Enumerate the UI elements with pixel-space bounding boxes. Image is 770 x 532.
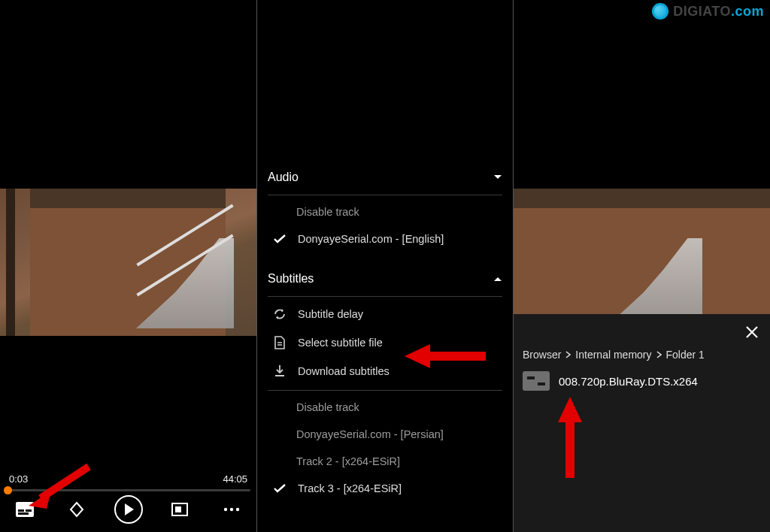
chevron-right-icon bbox=[656, 351, 662, 358]
progress-bar[interactable] bbox=[6, 489, 250, 491]
select-subtitle-file[interactable]: Select subtitle file bbox=[268, 328, 502, 357]
subtitle-track-1[interactable]: Track 2 - [x264-ESiR] bbox=[268, 448, 502, 475]
rotate-button[interactable] bbox=[59, 493, 94, 526]
aspect-icon bbox=[171, 502, 189, 517]
svg-rect-2 bbox=[26, 509, 32, 512]
subtitle-button[interactable] bbox=[8, 493, 42, 526]
svg-point-8 bbox=[236, 508, 239, 511]
video-frame[interactable] bbox=[0, 189, 256, 336]
current-time: 0:03 bbox=[9, 473, 28, 485]
audio-section-header[interactable]: Audio bbox=[268, 162, 502, 192]
player-panel: 0:03 44:05 bbox=[0, 0, 256, 532]
audio-section-title: Audio bbox=[268, 171, 299, 184]
aspect-button[interactable] bbox=[162, 493, 197, 526]
close-button[interactable] bbox=[744, 325, 759, 340]
divider bbox=[256, 0, 257, 532]
download-icon bbox=[272, 364, 287, 378]
divider bbox=[513, 0, 514, 532]
subtitle-file-icon bbox=[523, 371, 550, 391]
subtitle-track-2-selected[interactable]: Track 3 - [x264-ESiR] bbox=[268, 475, 502, 502]
file-browser-panel: DIGIATO.com Browser Internal memory Fold… bbox=[514, 0, 770, 532]
file-name: 008.720p.BluRay.DTS.x264 bbox=[559, 375, 698, 388]
more-icon bbox=[223, 507, 240, 512]
play-icon bbox=[123, 503, 134, 515]
file-browser: Browser Internal memory Folder 1 008.720… bbox=[514, 314, 770, 532]
chevron-right-icon bbox=[565, 351, 571, 358]
check-icon bbox=[272, 234, 287, 243]
svg-point-6 bbox=[224, 508, 227, 511]
subtitles-section-header[interactable]: Subtitles bbox=[268, 263, 502, 293]
subtitle-icon bbox=[15, 501, 35, 518]
watermark: DIGIATO.com bbox=[652, 3, 764, 20]
tracks-menu-panel: Audio Disable track DonyayeSerial.com - … bbox=[257, 0, 513, 532]
file-item[interactable]: 008.720p.BluRay.DTS.x264 bbox=[523, 371, 761, 391]
logo-icon bbox=[652, 3, 668, 20]
subtitles-section-title: Subtitles bbox=[268, 272, 314, 286]
audio-track-selected[interactable]: DonyayeSerial.com - [English] bbox=[268, 225, 502, 252]
total-time: 44:05 bbox=[223, 473, 247, 485]
breadcrumb[interactable]: Browser Internal memory Folder 1 bbox=[523, 349, 761, 361]
svg-rect-3 bbox=[18, 512, 29, 515]
svg-rect-1 bbox=[18, 509, 24, 512]
more-button[interactable] bbox=[214, 493, 249, 526]
play-button[interactable] bbox=[111, 493, 146, 526]
svg-point-7 bbox=[230, 508, 233, 511]
time-display: 0:03 44:05 bbox=[0, 473, 256, 485]
subtitle-delay[interactable]: Subtitle delay bbox=[268, 300, 502, 328]
svg-rect-5 bbox=[175, 506, 181, 512]
rotate-icon bbox=[68, 500, 86, 518]
subtitle-track-0[interactable]: DonyayeSerial.com - [Persian] bbox=[268, 421, 502, 448]
file-icon bbox=[272, 336, 287, 349]
chevron-up-icon bbox=[493, 276, 502, 282]
sync-icon bbox=[272, 307, 287, 321]
subtitle-disable-track[interactable]: Disable track bbox=[268, 394, 502, 421]
audio-disable-track[interactable]: Disable track bbox=[268, 198, 502, 225]
close-icon bbox=[744, 325, 759, 340]
check-icon bbox=[272, 484, 287, 493]
player-controls bbox=[0, 493, 256, 526]
download-subtitles[interactable]: Download subtitles bbox=[268, 357, 502, 385]
chevron-down-icon bbox=[493, 174, 502, 180]
